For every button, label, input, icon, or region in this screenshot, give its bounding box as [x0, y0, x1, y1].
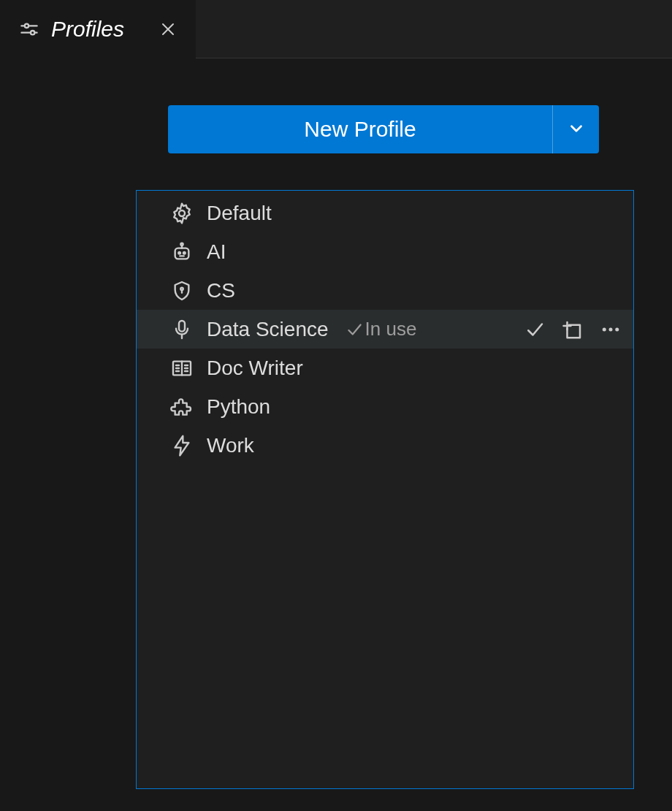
svg-rect-14	[179, 321, 185, 332]
profile-label: Default	[207, 202, 272, 225]
in-use-badge: In use	[345, 318, 417, 340]
profile-label: CS	[207, 279, 235, 302]
puzzle-icon	[170, 395, 194, 419]
tab-title: Profiles	[51, 17, 124, 42]
profile-row-ai[interactable]: AI	[137, 232, 633, 271]
chevron-down-icon	[567, 119, 586, 140]
profile-list: Default AI	[136, 190, 634, 789]
svg-point-6	[179, 210, 185, 216]
svg-point-9	[183, 252, 186, 254]
profile-row-work[interactable]: Work	[137, 426, 633, 465]
profile-label: Python	[207, 395, 270, 419]
book-icon	[170, 357, 194, 380]
svg-point-8	[178, 252, 180, 254]
profile-row-cs[interactable]: CS	[137, 271, 633, 310]
settings-slider-icon	[19, 19, 39, 39]
tab-bar: Profiles	[0, 0, 672, 58]
new-profile-label: New Profile	[304, 117, 416, 142]
new-profile-button[interactable]: New Profile	[168, 105, 552, 153]
robot-icon	[170, 240, 194, 264]
profile-label: AI	[207, 240, 226, 264]
profile-label: Doc Writer	[207, 357, 303, 380]
svg-point-19	[609, 327, 613, 331]
tab-bar-empty	[196, 0, 672, 58]
svg-marker-29	[175, 435, 189, 455]
bolt-icon	[170, 434, 194, 457]
svg-point-3	[31, 31, 34, 34]
profile-row-python[interactable]: Python	[137, 387, 633, 426]
svg-point-18	[603, 327, 606, 331]
check-icon[interactable]	[524, 319, 546, 340]
profile-row-doc-writer[interactable]: Doc Writer	[137, 349, 633, 387]
profile-label: Data Science	[207, 318, 329, 341]
svg-rect-7	[175, 248, 189, 259]
close-icon[interactable]	[159, 20, 177, 38]
profile-row-default[interactable]: Default	[137, 194, 633, 232]
gear-icon	[170, 202, 194, 225]
profile-label: Work	[207, 434, 254, 457]
profile-row-actions	[524, 319, 622, 340]
new-profile-split-button: New Profile	[168, 105, 599, 153]
in-use-label: In use	[365, 318, 417, 340]
svg-point-11	[180, 243, 183, 245]
svg-point-20	[615, 327, 619, 331]
tab-profiles[interactable]: Profiles	[0, 0, 196, 58]
more-icon[interactable]	[600, 319, 622, 340]
profiles-panel: New Profile Default	[0, 58, 672, 789]
mic-icon	[170, 318, 194, 341]
new-profile-dropdown-button[interactable]	[552, 105, 599, 153]
shield-icon	[170, 279, 194, 302]
new-window-icon[interactable]	[562, 319, 584, 340]
profile-row-data-science[interactable]: Data Science In use	[137, 310, 633, 349]
svg-point-1	[25, 24, 28, 28]
